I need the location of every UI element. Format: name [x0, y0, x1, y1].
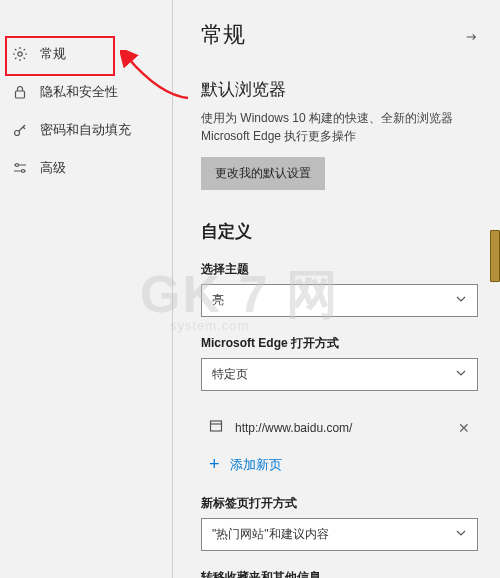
sliders-icon — [12, 160, 28, 176]
plus-icon: + — [209, 454, 220, 475]
remove-url-button[interactable]: ✕ — [458, 420, 470, 436]
sidebar-item-general[interactable]: 常规 — [0, 35, 172, 73]
url-row: http://www.baidu.com/ ✕ — [201, 409, 478, 446]
add-page-button[interactable]: + 添加新页 — [201, 446, 478, 495]
svg-point-4 — [22, 170, 25, 173]
add-page-label: 添加新页 — [230, 456, 282, 474]
scrollbar[interactable] — [487, 0, 500, 578]
page-icon — [209, 419, 223, 436]
sidebar-item-label: 高级 — [40, 159, 66, 177]
pin-icon[interactable] — [464, 30, 478, 47]
newtab-label: 新标签页打开方式 — [201, 495, 478, 512]
sidebar-item-label: 密码和自动填充 — [40, 121, 131, 139]
svg-point-3 — [16, 164, 19, 167]
default-browser-desc: 使用为 Windows 10 构建的快速、全新的浏览器 Microsoft Ed… — [201, 109, 478, 145]
newtab-value: "热门网站"和建议内容 — [212, 526, 329, 543]
settings-sidebar: 常规 隐私和安全性 密码和自动填充 高级 — [0, 0, 172, 578]
svg-rect-1 — [16, 91, 25, 98]
transfer-label: 转移收藏夹和其他信息 — [201, 569, 478, 578]
svg-point-0 — [18, 52, 22, 56]
newtab-select[interactable]: "热门网站"和建议内容 — [201, 518, 478, 551]
sidebar-item-advanced[interactable]: 高级 — [0, 149, 172, 187]
open-with-label: Microsoft Edge 打开方式 — [201, 335, 478, 352]
sidebar-item-label: 常规 — [40, 45, 66, 63]
content-pane: 常规 默认浏览器 使用为 Windows 10 构建的快速、全新的浏览器 Mic… — [173, 0, 500, 578]
url-text: http://www.baidu.com/ — [235, 421, 446, 435]
default-browser-heading: 默认浏览器 — [201, 78, 478, 101]
gear-icon — [12, 46, 28, 62]
open-with-value: 特定页 — [212, 366, 248, 383]
customize-heading: 自定义 — [201, 220, 478, 243]
theme-value: 亮 — [212, 292, 224, 309]
open-with-select[interactable]: 特定页 — [201, 358, 478, 391]
svg-point-2 — [15, 131, 20, 136]
lock-icon — [12, 84, 28, 100]
chevron-down-icon — [455, 367, 467, 382]
svg-rect-5 — [211, 421, 222, 431]
sidebar-item-privacy[interactable]: 隐私和安全性 — [0, 73, 172, 111]
change-default-button[interactable]: 更改我的默认设置 — [201, 157, 325, 190]
chevron-down-icon — [455, 293, 467, 308]
key-icon — [12, 122, 28, 138]
sidebar-item-label: 隐私和安全性 — [40, 83, 118, 101]
chevron-down-icon — [455, 527, 467, 542]
sidebar-item-passwords[interactable]: 密码和自动填充 — [0, 111, 172, 149]
theme-select[interactable]: 亮 — [201, 284, 478, 317]
scrollbar-thumb[interactable] — [490, 230, 500, 282]
theme-label: 选择主题 — [201, 261, 478, 278]
page-title: 常规 — [201, 20, 478, 50]
